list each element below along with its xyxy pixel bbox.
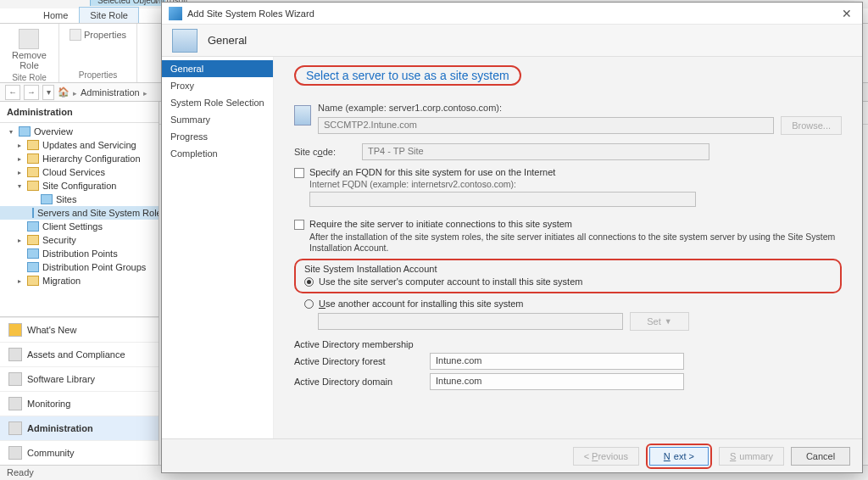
- breadcrumb-administration[interactable]: Administration: [81, 87, 140, 98]
- wunderbar-assets[interactable]: Assets and Compliance: [0, 342, 159, 366]
- wizard-step-proxy[interactable]: Proxy: [162, 77, 273, 94]
- radio-use-other-account-label: Use another account for installing this …: [319, 299, 524, 309]
- wunderbar-administration[interactable]: Administration: [0, 416, 159, 440]
- ad-forest-label: Active Directory forest: [294, 356, 421, 366]
- nav-header: Administration: [0, 102, 159, 123]
- wizard-banner-icon: [172, 29, 198, 53]
- ribbon-group-properties: Properties: [79, 70, 118, 81]
- wizard-step-selection[interactable]: System Role Selection: [162, 94, 273, 111]
- ribbon-group-site-role: Site Role: [12, 72, 47, 83]
- set-account-button[interactable]: Set▼: [630, 312, 689, 331]
- wunderbar-software[interactable]: Software Library: [0, 366, 159, 391]
- wizard-step-summary[interactable]: Summary: [162, 111, 273, 128]
- tree-migration[interactable]: ▸Migration: [0, 274, 159, 287]
- wizard-close-button[interactable]: ✕: [838, 7, 855, 20]
- wunderbar-whatsnew[interactable]: What's New: [0, 317, 159, 342]
- wizard-step-list: General Proxy System Role Selection Summ…: [162, 57, 274, 438]
- tree-cloud[interactable]: ▸Cloud Services: [0, 165, 159, 179]
- ad-legend: Active Directory membership: [294, 339, 842, 349]
- fqdn-checkbox-label: Specify an FQDN for this site system for…: [309, 167, 555, 177]
- fqdn-input: [309, 192, 696, 207]
- require-init-note: After the installation of the site syste…: [309, 232, 842, 254]
- breadcrumb-root-icon: 🏠: [58, 87, 70, 98]
- server-icon: [294, 105, 311, 126]
- properties-button[interactable]: Properties: [66, 27, 130, 42]
- install-account-legend: Site System Installation Account: [304, 264, 832, 274]
- tree-overview[interactable]: ▾Overview: [0, 125, 159, 138]
- fqdn-placeholder-label: Internet FQDN (example: internetsrv2.con…: [309, 179, 842, 189]
- tree-client[interactable]: Client Settings: [0, 220, 159, 233]
- tree-security[interactable]: ▸Security: [0, 233, 159, 247]
- sitecode-label: Site code:: [294, 147, 355, 157]
- tree-servers[interactable]: Servers and Site System Roles: [0, 206, 159, 220]
- tree-sites[interactable]: Sites: [0, 193, 159, 206]
- name-label: Name (example: server1.corp.contoso.com)…: [318, 103, 842, 113]
- ribbon-tab-home[interactable]: Home: [32, 7, 79, 23]
- wizard-step-general[interactable]: General: [162, 60, 273, 77]
- wizard-icon: [169, 7, 182, 20]
- install-account-group: Site System Installation Account Use the…: [294, 259, 842, 293]
- radio-use-other-account[interactable]: [304, 299, 314, 309]
- wizard-step-progress[interactable]: Progress: [162, 128, 273, 145]
- radio-use-computer-account-label: Use the site server's computer account t…: [319, 276, 582, 287]
- wizard-dialog: Add Site System Roles Wizard ✕ General G…: [161, 2, 863, 473]
- remove-role-button[interactable]: Remove Role: [7, 27, 52, 72]
- ad-forest-input[interactable]: Intune.com: [430, 353, 684, 370]
- require-init-checkbox[interactable]: [294, 220, 304, 230]
- tree-dp[interactable]: Distribution Points: [0, 247, 159, 260]
- fqdn-checkbox[interactable]: [294, 168, 304, 178]
- previous-button[interactable]: < Previous: [573, 447, 639, 466]
- wunderbar-monitoring[interactable]: Monitoring: [0, 391, 159, 416]
- browse-button[interactable]: Browse...: [781, 116, 842, 135]
- ad-domain-label: Active Directory domain: [294, 377, 421, 387]
- wizard-title: Add Site System Roles Wizard: [187, 8, 314, 19]
- tree-dpg[interactable]: Distribution Point Groups: [0, 260, 159, 274]
- nav-history-button[interactable]: ▾: [42, 85, 54, 100]
- ribbon-tab-site-role[interactable]: Site Role: [79, 7, 139, 23]
- nav-tree[interactable]: ▾Overview ▸Updates and Servicing ▸Hierar…: [0, 123, 159, 316]
- ad-domain-input[interactable]: Intune.com: [430, 373, 684, 390]
- require-init-label: Require the site server to initiate conn…: [309, 219, 572, 229]
- remove-role-icon: [19, 29, 39, 49]
- summary-button[interactable]: Summary: [719, 447, 784, 466]
- wizard-step-completion[interactable]: Completion: [162, 145, 273, 162]
- tree-hierarchy[interactable]: ▸Hierarchy Configuration: [0, 152, 159, 165]
- wizard-banner-title: General: [208, 34, 247, 47]
- cancel-button[interactable]: Cancel: [791, 447, 850, 466]
- wunderbar-community[interactable]: Community: [0, 440, 159, 465]
- sitecode-select[interactable]: TP4 - TP Site: [362, 143, 709, 160]
- nav-forward-button[interactable]: →: [24, 85, 39, 100]
- other-account-input: [318, 313, 623, 330]
- radio-use-computer-account[interactable]: [304, 277, 314, 287]
- nav-back-button[interactable]: ←: [5, 85, 20, 100]
- wizard-heading: Select a server to use as a site system: [306, 69, 509, 82]
- next-button[interactable]: Next >: [649, 447, 709, 466]
- tree-updates[interactable]: ▸Updates and Servicing: [0, 138, 159, 152]
- properties-icon: [70, 29, 81, 41]
- tree-siteconf[interactable]: ▾Site Configuration: [0, 179, 159, 193]
- server-name-input[interactable]: SCCMTP2.Intune.com: [318, 117, 774, 134]
